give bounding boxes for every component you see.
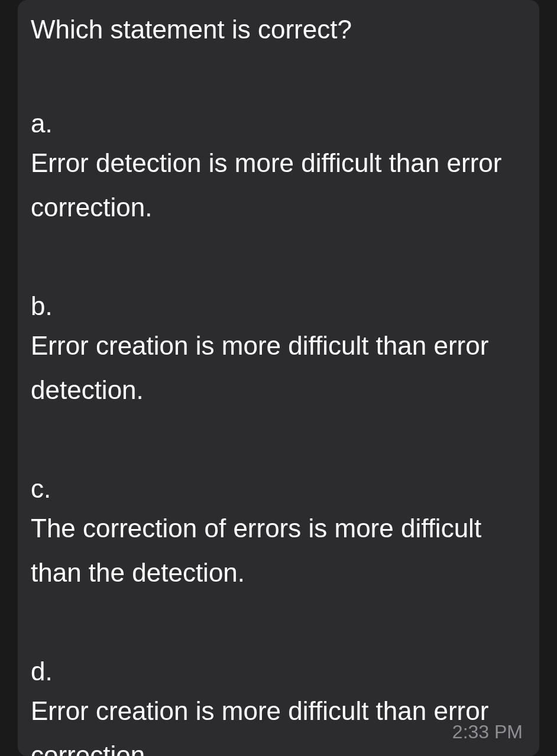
option-text: Error creation is more difficult than er… bbox=[31, 324, 526, 413]
message-timestamp: 2:33 PM bbox=[452, 721, 523, 743]
message-bubble[interactable]: Which statement is correct? a. Error det… bbox=[18, 0, 539, 756]
option-letter: a. bbox=[31, 106, 526, 141]
option-text: The correction of errors is more difficu… bbox=[31, 507, 526, 595]
option-letter: c. bbox=[31, 471, 526, 506]
option-a: a. Error detection is more difficult tha… bbox=[31, 106, 526, 229]
question-text: Which statement is correct? bbox=[31, 12, 526, 47]
option-letter: d. bbox=[31, 654, 526, 689]
option-b: b. Error creation is more difficult than… bbox=[31, 288, 526, 412]
option-text: Error detection is more difficult than e… bbox=[31, 141, 526, 230]
option-c: c. The correction of errors is more diff… bbox=[31, 471, 526, 595]
option-letter: b. bbox=[31, 288, 526, 323]
